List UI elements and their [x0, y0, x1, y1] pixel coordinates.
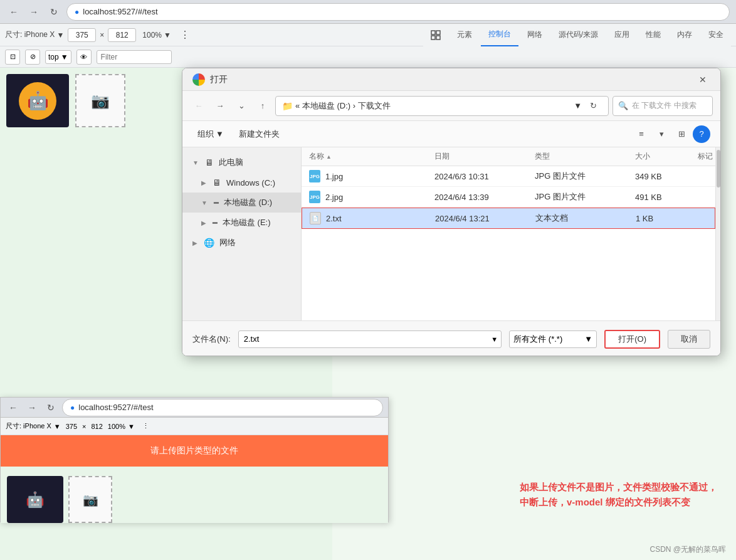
new-folder-button[interactable]: 新建文件夹 [234, 126, 285, 142]
context-label: top [48, 53, 59, 61]
dialog-up-dropdown[interactable]: ⌄ [233, 97, 250, 115]
tab-security[interactable]: 安全 [701, 24, 731, 46]
sidebar-this-pc[interactable]: ▼ 🖥 此电脑 [182, 152, 301, 172]
view-grid-icon[interactable]: ⊞ [673, 125, 690, 143]
back-button[interactable]: ← [6, 4, 21, 19]
dialog-body: ▼ 🖥 此电脑 ▶ 🖥 Windows (C:) ▼ ━ 本地磁盘 (D:) ▶… [182, 147, 720, 320]
second-more-icon[interactable]: ⋮ [142, 422, 149, 430]
address-bar[interactable]: ● localhost:9527/#/test [66, 3, 730, 21]
col-name[interactable]: 名称 ▲ [309, 151, 434, 162]
filename-input[interactable] [238, 330, 502, 348]
refresh-button[interactable]: ↻ [46, 4, 61, 19]
file-date-2txt: 2024/6/4 13:21 [435, 214, 535, 223]
second-photo-placeholder: 📷 [68, 476, 112, 523]
clear-console-btn[interactable]: ⊘ [25, 50, 40, 65]
tab-performance[interactable]: 性能 [638, 24, 668, 46]
browser-chrome: ← → ↻ ● localhost:9527/#/test [0, 0, 736, 24]
sidebar-drive-e[interactable]: ▶ ━ 本地磁盘 (E:) [182, 213, 301, 233]
second-address-bar[interactable]: ● localhost:9527/#/test [62, 399, 383, 416]
view-help-icon[interactable]: ? [693, 125, 710, 143]
sidebar-drive-d[interactable]: ▼ ━ 本地磁盘 (D:) [182, 193, 301, 213]
dialog-forward-button[interactable]: → [211, 97, 229, 115]
tab-memory[interactable]: 内存 [670, 24, 700, 46]
filter-input[interactable] [97, 50, 172, 64]
file-row-1jpg[interactable]: JPG 1.jpg 2024/6/3 10:31 JPG 图片文件 349 KB [302, 166, 715, 187]
second-height: 812 [91, 423, 102, 430]
scrollbar[interactable] [715, 147, 720, 320]
col-size[interactable]: 大小 [635, 151, 698, 162]
file-type-2jpg: JPG 图片文件 [535, 191, 635, 203]
view-dropdown-icon[interactable]: ▾ [653, 125, 670, 143]
file-row-2jpg[interactable]: JPG 2.jpg 2024/6/4 13:39 JPG 图片文件 491 KB [302, 187, 715, 208]
forward-button[interactable]: → [26, 4, 41, 19]
tab-console[interactable]: 控制台 [481, 24, 518, 46]
tab-inspect-icon[interactable] [423, 24, 448, 46]
expand-c-icon: ▶ [201, 179, 206, 186]
svg-rect-2 [431, 36, 435, 40]
chrome-icon [192, 73, 205, 86]
tab-application[interactable]: 应用 [607, 24, 637, 46]
sidebar-label-network: 网络 [219, 237, 236, 248]
file-name-1jpg: 1.jpg [325, 172, 343, 181]
filetype-select[interactable]: 所有文件 (*.*) ▼ [509, 330, 597, 348]
zoom-dropdown-icon[interactable]: ▼ [164, 31, 171, 40]
scrollbar-thumb[interactable] [717, 150, 720, 188]
view-list-icon[interactable]: ≡ [633, 125, 650, 143]
organize-button[interactable]: 组织 ▼ [192, 126, 229, 142]
device-dropdown-icon[interactable]: ▼ [56, 31, 64, 40]
second-back-button[interactable]: ← [6, 400, 21, 415]
device-selector[interactable]: 尺寸: iPhone X ▼ [5, 29, 64, 40]
organize-dropdown-icon: ▼ [216, 129, 224, 139]
height-input[interactable] [108, 28, 136, 42]
drive-e-icon: ━ [213, 218, 218, 228]
file-name-cell-2txt: 📄 2.txt [310, 212, 435, 225]
file-row-2txt[interactable]: 📄 2.txt 2024/6/4 13:21 文本文档 1 KB [302, 208, 715, 229]
drive-c-icon: 🖥 [213, 177, 221, 188]
svg-rect-3 [436, 36, 440, 40]
second-forward-button[interactable]: → [24, 400, 39, 415]
tab-network[interactable]: 网络 [520, 24, 550, 46]
second-url-text: localhost:9527/#/test [78, 403, 153, 412]
dialog-back-button[interactable]: ← [190, 97, 208, 115]
cancel-button[interactable]: 取消 [668, 330, 710, 349]
url-text: localhost:9527/#/test [83, 7, 157, 16]
second-zoom-dropdown[interactable]: ▼ [128, 423, 135, 430]
more-options-icon[interactable]: ⋮ [180, 29, 190, 41]
col-date[interactable]: 日期 [434, 151, 535, 162]
file-name-2jpg: 2.jpg [325, 193, 343, 202]
network-icon: 🌐 [204, 238, 214, 248]
zoom-selector[interactable]: 100% ▼ [142, 31, 171, 40]
file-list-container: 名称 ▲ 日期 类型 大小 标记 [302, 147, 715, 320]
file-date-2jpg: 2024/6/4 13:39 [434, 193, 535, 202]
svg-rect-0 [431, 31, 435, 34]
path-refresh[interactable]: ↻ [584, 97, 602, 115]
file-name-cell-1jpg: JPG 1.jpg [309, 170, 434, 182]
sort-name-icon: ▲ [326, 154, 332, 160]
sidebar-label-c: Windows (C:) [226, 178, 275, 188]
main-content: 🤖 📷 打开 ✕ ← → ⌄ ↑ 📁 « 本地磁盘 (D:) › 下载文件 ▼ [0, 68, 736, 560]
path-dropdown[interactable]: ▼ [574, 101, 582, 110]
dialog-close-button[interactable]: ✕ [695, 72, 710, 87]
txt-icon: 📄 [310, 212, 321, 225]
col-type[interactable]: 类型 [535, 151, 635, 162]
annotation-text: 如果上传文件不是图片，文件类型校验不通过， 中断上传，v-model 绑定的文件… [520, 480, 717, 510]
second-device-dropdown[interactable]: ▼ [54, 423, 61, 430]
secure-icon: ● [75, 8, 79, 16]
second-refresh-button[interactable]: ↻ [43, 400, 58, 415]
eye-icon-btn[interactable]: 👁 [76, 50, 92, 65]
tab-sources[interactable]: 源代码/来源 [551, 24, 606, 46]
sidebar-network[interactable]: ▶ 🌐 网络 [182, 233, 301, 253]
sidebar-drive-c[interactable]: ▶ 🖥 Windows (C:) [182, 172, 301, 193]
open-button[interactable]: 打开(O) [604, 330, 660, 349]
width-input[interactable] [68, 28, 96, 42]
tab-elements[interactable]: 元素 [449, 24, 480, 46]
file-date-1jpg: 2024/6/3 10:31 [434, 172, 535, 181]
search-box[interactable]: 🔍 在 下载文件 中搜索 [612, 96, 713, 116]
filename-dropdown[interactable]: ▼ [491, 335, 498, 343]
dialog-up-button[interactable]: ↑ [254, 97, 271, 115]
folder-icon: 📁 [282, 101, 293, 111]
prohibit-icon-btn[interactable]: ⊡ [5, 50, 20, 65]
col-mark[interactable]: 标记 [698, 151, 715, 162]
context-selector[interactable]: top ▼ [45, 50, 71, 64]
devtools-left: 尺寸: iPhone X ▼ × 100% ▼ ⋮ [5, 28, 421, 42]
